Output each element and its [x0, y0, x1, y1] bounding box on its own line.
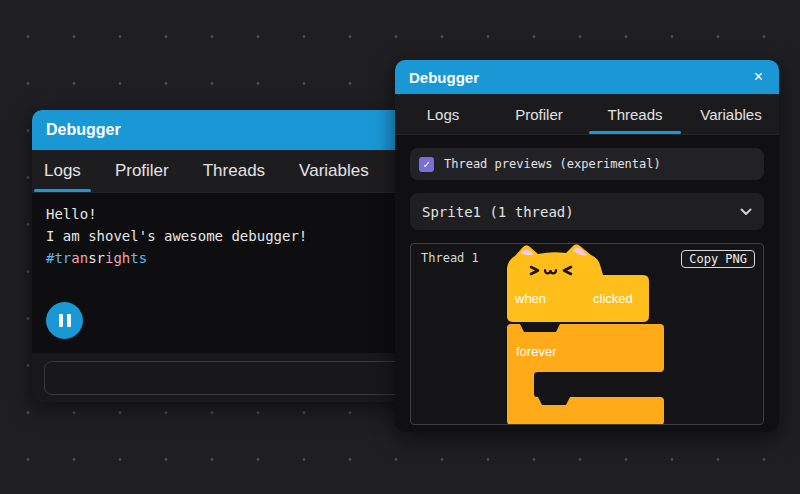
left-window-title: Debugger: [46, 121, 121, 139]
left-tab-bar: Logs Profiler Threads Variables: [32, 150, 432, 193]
copy-png-button[interactable]: Copy PNG: [681, 250, 755, 268]
left-tab-logs[interactable]: Logs: [44, 150, 81, 192]
thread-preview-panel: Thread 1 Copy PNG when clicked: [410, 243, 764, 425]
thread-previews-checkbox[interactable]: ✓: [419, 157, 434, 172]
thread-previews-label: Thread previews (experimental): [444, 157, 661, 171]
pause-button[interactable]: [46, 302, 83, 339]
log-segment: igh: [105, 250, 130, 266]
block-label-forever: forever: [516, 344, 557, 359]
left-window-titlebar[interactable]: Debugger: [32, 110, 432, 150]
right-tab-threads[interactable]: Threads: [587, 94, 683, 134]
right-window-title: Debugger: [409, 69, 479, 86]
log-line: I am shovel's awesome debugger!: [46, 225, 418, 247]
right-window-titlebar[interactable]: Debugger ×: [395, 60, 779, 94]
pause-icon: [59, 314, 63, 327]
log-segment: an: [71, 250, 88, 266]
thread-previews-row[interactable]: ✓ Thread previews (experimental): [410, 148, 764, 180]
debugger-window-front: Debugger × Logs Profiler Threads Variabl…: [395, 60, 779, 432]
block-label-clicked: clicked: [593, 291, 633, 306]
right-tab-bar: Logs Profiler Threads Variables: [395, 94, 779, 135]
log-line: Hello!: [46, 203, 418, 225]
thread-title: Thread 1: [421, 251, 479, 265]
threads-tab-content: ✓ Thread previews (experimental) Sprite1…: [395, 135, 779, 432]
right-tab-logs[interactable]: Logs: [395, 94, 491, 134]
left-tab-variables[interactable]: Variables: [299, 150, 369, 192]
sprite-dropdown[interactable]: Sprite1 (1 thread): [410, 193, 764, 230]
sprite-dropdown-value: Sprite1 (1 thread): [422, 204, 574, 220]
debugger-window-back: Debugger Logs Profiler Threads Variables…: [32, 110, 432, 402]
right-tab-variables[interactable]: Variables: [683, 94, 779, 134]
log-line-transrights: #transrights: [46, 247, 418, 269]
right-tab-profiler[interactable]: Profiler: [491, 94, 587, 134]
script-preview: when clicked forever: [507, 244, 667, 425]
when-clicked-cat-hat-block: when clicked: [507, 244, 649, 322]
forever-block: forever: [507, 324, 664, 425]
pause-icon: [67, 314, 71, 327]
console-footer: [32, 353, 432, 402]
block-label-when: when: [514, 291, 546, 306]
console-input[interactable]: [44, 361, 420, 395]
log-segment: ts: [130, 250, 147, 266]
log-segment: sr: [88, 250, 105, 266]
log-output: Hello! I am shovel's awesome debugger! #…: [32, 193, 432, 353]
left-tab-threads[interactable]: Threads: [203, 150, 265, 192]
close-icon[interactable]: ×: [750, 67, 767, 87]
log-segment: #tr: [46, 250, 71, 266]
chevron-down-icon: [740, 208, 752, 216]
left-tab-profiler[interactable]: Profiler: [115, 150, 169, 192]
